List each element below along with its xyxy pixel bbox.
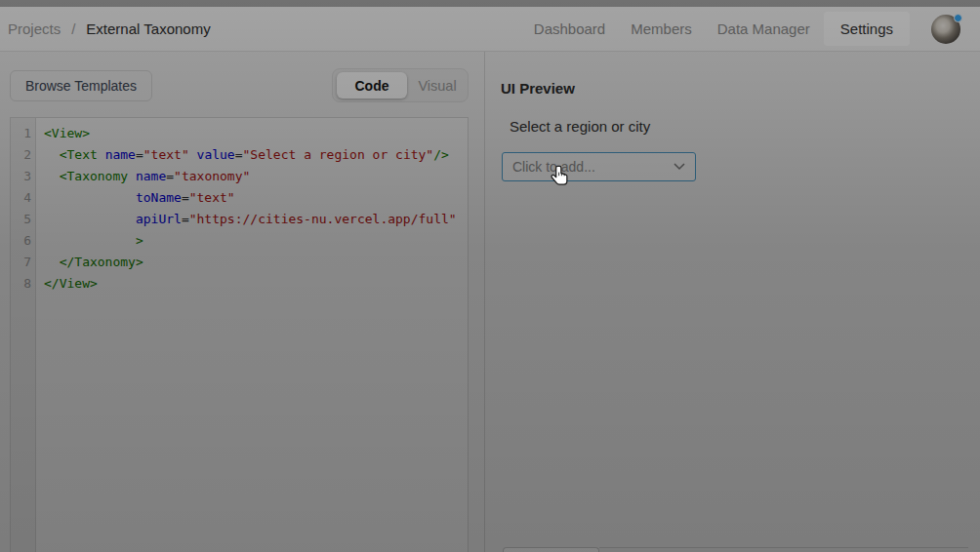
line-number: 7 [11, 252, 31, 273]
line-number: 6 [11, 230, 31, 252]
line-number: 5 [11, 209, 31, 230]
code-visual-toggle: Code Visual [332, 68, 469, 102]
nav-item-data-manager[interactable]: Data Manager [717, 20, 810, 37]
header-nav: Dashboard Members Data Manager Settings [509, 12, 960, 46]
line-number: 1 [11, 123, 31, 144]
taxonomy-dropdown[interactable]: Click to add... [502, 152, 696, 181]
nav-item-settings[interactable]: Settings [824, 12, 910, 46]
code-line[interactable]: <Text name="text" value="Select a region… [44, 144, 468, 166]
bottom-section-edge [503, 547, 599, 552]
user-menu[interactable] [931, 15, 960, 44]
chevron-down-icon [674, 163, 685, 171]
breadcrumb-projects-link[interactable]: Projects [8, 20, 61, 37]
code-editor-gutter: 12345678 [11, 118, 36, 552]
code-line[interactable]: apiUrl="https://cities-nu.vercel.app/ful… [44, 209, 468, 230]
notification-dot [954, 14, 962, 22]
code-editor-lines[interactable]: <View> <Text name="text" value="Select a… [36, 118, 468, 552]
header: Projects / External Taxonomy Dashboard M… [0, 7, 980, 52]
code-line[interactable]: </Taxonomy> [44, 252, 468, 273]
code-line[interactable]: </View> [44, 273, 468, 295]
breadcrumb-current-project: External Taxonomy [86, 20, 210, 37]
code-line[interactable]: > [44, 230, 468, 252]
top-strip [0, 0, 980, 7]
code-editor[interactable]: 12345678 <View> <Text name="text" value=… [10, 117, 469, 552]
ui-preview-title: UI Preview [501, 80, 575, 97]
nav-item-dashboard[interactable]: Dashboard [534, 20, 605, 37]
toggle-code-tab[interactable]: Code [337, 72, 407, 99]
code-line[interactable]: <View> [44, 123, 468, 144]
ui-preview-panel: UI Preview Select a region or city Click… [485, 52, 980, 552]
bottom-section-line [599, 547, 968, 548]
dropdown-placeholder: Click to add... [512, 159, 595, 175]
breadcrumb-separator: / [71, 20, 75, 37]
line-number: 2 [11, 144, 31, 166]
code-line[interactable]: toName="text" [44, 187, 468, 209]
code-line[interactable]: <Taxonomy name="taxonomy" [44, 166, 468, 187]
preview-prompt-text: Select a region or city [510, 118, 650, 135]
toggle-visual-tab[interactable]: Visual [407, 78, 468, 94]
line-number: 3 [11, 166, 31, 187]
breadcrumb: Projects / External Taxonomy [8, 20, 211, 37]
line-number: 8 [11, 273, 31, 295]
browse-templates-button[interactable]: Browse Templates [10, 70, 152, 101]
line-number: 4 [11, 187, 31, 209]
nav-item-members[interactable]: Members [631, 20, 692, 37]
